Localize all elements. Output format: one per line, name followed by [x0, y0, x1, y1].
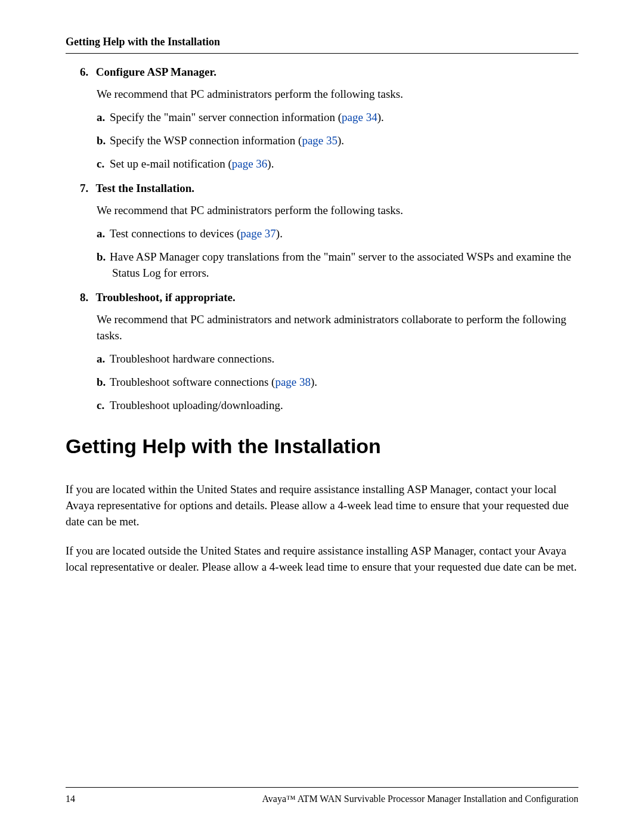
sub-after: ).: [276, 227, 283, 240]
step-7-sub-a: a.Test connections to devices (page 37).: [97, 226, 578, 242]
sub-after: ).: [377, 111, 384, 123]
running-header: Getting Help with the Installation: [66, 36, 578, 48]
step-6-sub-a: a.Specify the "main" server connection i…: [97, 110, 578, 126]
sub-marker: a.: [97, 110, 110, 126]
sub-text: Test connections to devices (: [110, 227, 240, 240]
sub-marker: c.: [97, 156, 110, 172]
step-8-body: We recommend that PC administrators and …: [97, 312, 578, 414]
step-7: 7. Test the Installation. We recommend t…: [80, 181, 578, 281]
content-area: 6. Configure ASP Manager. We recommend t…: [66, 54, 578, 575]
step-6-title: Configure ASP Manager.: [96, 66, 216, 78]
step-7-title: Test the Installation.: [95, 182, 194, 194]
step-6-sub-c: c.Set up e-mail notification (page 36).: [97, 156, 578, 172]
step-8-sublist: a.Troubleshoot hardware connections. b.T…: [97, 351, 578, 414]
step-7-sublist: a.Test connections to devices (page 37).…: [97, 226, 578, 281]
section-heading: Getting Help with the Installation: [66, 432, 578, 460]
sub-marker: b.: [97, 133, 110, 149]
step-7-sub-b: b.Have ASP Manager copy translations fro…: [97, 249, 578, 281]
page-number: 14: [66, 794, 75, 804]
footer-rule: [66, 787, 578, 788]
sub-marker: c.: [97, 398, 110, 414]
step-6-sublist: a.Specify the "main" server connection i…: [97, 110, 578, 172]
page: Getting Help with the Installation 6. Co…: [0, 0, 644, 833]
step-6: 6. Configure ASP Manager. We recommend t…: [80, 64, 578, 172]
sub-text: Specify the "main" server connection inf…: [110, 111, 342, 123]
step-8: 8. Troubleshoot, if appropriate. We reco…: [80, 290, 578, 414]
page-footer: 14 Avaya™ ATM WAN Survivable Processor M…: [66, 787, 578, 804]
sub-after: ).: [311, 376, 317, 388]
footer-doc-title: Avaya™ ATM WAN Survivable Processor Mana…: [262, 794, 578, 804]
sub-text: Have ASP Manager copy translations from …: [110, 250, 571, 279]
sub-marker: b.: [97, 374, 110, 391]
step-7-heading: 7. Test the Installation.: [80, 181, 578, 197]
sub-marker: a.: [97, 226, 110, 242]
sub-text: Troubleshoot hardware connections.: [110, 352, 274, 365]
body-paragraph-2: If you are located outside the United St…: [66, 543, 578, 575]
step-7-body: We recommend that PC administrators perf…: [97, 203, 578, 281]
sub-marker: b.: [97, 249, 110, 265]
sub-after: ).: [338, 134, 344, 147]
step-6-number: 6.: [80, 64, 93, 80]
page-link-35[interactable]: page 35: [302, 134, 338, 147]
body-paragraph-1: If you are located within the United Sta…: [66, 482, 578, 530]
page-link-36[interactable]: page 36: [232, 157, 268, 170]
step-7-intro: We recommend that PC administrators perf…: [97, 203, 578, 219]
step-8-sub-c: c.Troubleshoot uploading/downloading.: [97, 398, 578, 414]
page-link-37[interactable]: page 37: [240, 227, 276, 240]
step-8-heading: 8. Troubleshoot, if appropriate.: [80, 290, 578, 306]
step-8-number: 8.: [80, 290, 93, 306]
sub-after: ).: [267, 157, 274, 170]
step-6-body: We recommend that PC administrators perf…: [97, 86, 578, 172]
step-8-title: Troubleshoot, if appropriate.: [95, 291, 235, 304]
sub-text: Troubleshoot software connections (: [110, 376, 275, 388]
footer-line: 14 Avaya™ ATM WAN Survivable Processor M…: [66, 794, 578, 804]
step-6-sub-b: b.Specify the WSP connection information…: [97, 133, 578, 149]
page-link-34[interactable]: page 34: [342, 111, 377, 123]
step-8-sub-a: a.Troubleshoot hardware connections.: [97, 351, 578, 367]
step-6-intro: We recommend that PC administrators perf…: [97, 86, 578, 103]
step-8-intro: We recommend that PC administrators and …: [97, 312, 578, 344]
sub-text: Specify the WSP connection information (: [110, 134, 302, 147]
step-7-number: 7.: [80, 181, 93, 197]
sub-text: Troubleshoot uploading/downloading.: [110, 399, 283, 411]
step-8-sub-b: b.Troubleshoot software connections (pag…: [97, 374, 578, 391]
step-6-heading: 6. Configure ASP Manager.: [80, 64, 578, 80]
sub-text: Set up e-mail notification (: [110, 157, 232, 170]
page-link-38[interactable]: page 38: [275, 376, 311, 388]
sub-marker: a.: [97, 351, 110, 367]
